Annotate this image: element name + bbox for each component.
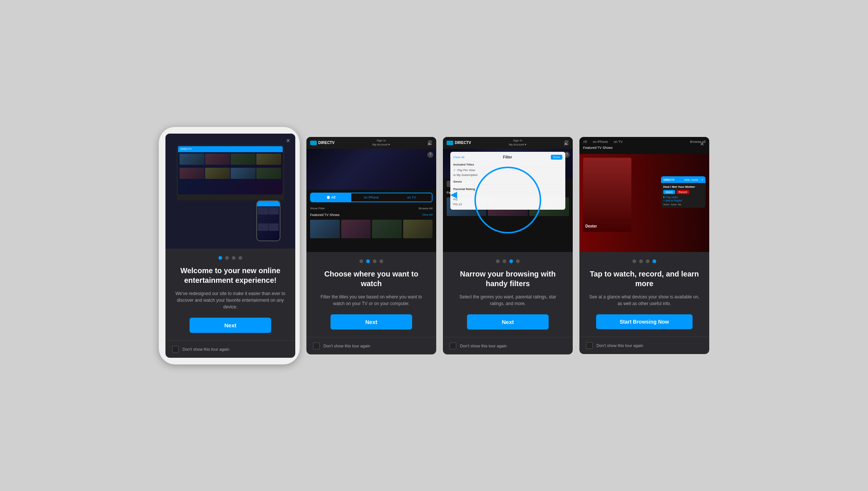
- dot-3-1: [496, 259, 500, 263]
- card1-checkbox[interactable]: [172, 346, 179, 353]
- card4-checkbox-row: Don't show this tour again: [579, 337, 709, 354]
- show-info-title: How I Met Your Mother: [663, 185, 703, 189]
- dot-1-1: [218, 256, 222, 260]
- phone-wrapper: × DIRECTV: [159, 127, 300, 364]
- tv-header-text: DIRECTV: [180, 148, 192, 150]
- card3-header: DIRECTV Sign InMy Account ▾ ☰: [443, 137, 573, 149]
- card1-dots: [174, 256, 286, 260]
- tv-mockup: DIRECTV: [177, 145, 284, 200]
- record-button-sm[interactable]: Record: [677, 190, 690, 194]
- card4-start-button[interactable]: Start Browsing Now: [596, 314, 693, 329]
- dexter-area: Dexter American DIRECTV Hello, Karen × H…: [579, 154, 709, 252]
- card1-checkbox-row: Don't show this tour again: [165, 340, 295, 358]
- filter-section-parental: Parental Rating: [453, 186, 562, 192]
- card-welcome: × DIRECTV: [165, 134, 295, 358]
- card4-body: Tap to watch, record, and learn more See…: [579, 252, 709, 337]
- view-all-2[interactable]: View All: [422, 213, 433, 217]
- filter-done-btn[interactable]: Done: [551, 155, 562, 160]
- card3-next-button[interactable]: Next: [467, 314, 549, 330]
- tab-all-label-2: All: [331, 196, 336, 199]
- card2-section-header: Featured TV Shows View All: [306, 212, 436, 218]
- close-button-2[interactable]: ×: [427, 141, 431, 147]
- show-info-logo: DIRECTV: [663, 179, 675, 181]
- card2-thumbnail-row: [306, 218, 436, 240]
- filter-panel-header: Clear All Filter Done: [453, 155, 562, 160]
- tweet-label[interactable]: Tweet: [671, 203, 677, 206]
- card3-checkbox-row: Don't show this tour again: [443, 337, 573, 354]
- filter-clear-btn[interactable]: Clear All: [453, 156, 464, 159]
- tab-all-2[interactable]: All: [311, 193, 351, 202]
- dot-4-3: [646, 259, 650, 263]
- filter-pg-label: PG: [453, 198, 458, 201]
- dot-4-4: [652, 259, 656, 263]
- card-narrow-browsing: × DIRECTV Sign InMy Account ▾ ☰ ?: [443, 137, 573, 354]
- dtv-signin-2: Sign InMy Account ▾: [372, 139, 390, 147]
- section-title-2: Featured TV Shows: [310, 213, 339, 217]
- dot-2-4: [379, 259, 383, 263]
- card2-checkbox[interactable]: [313, 343, 320, 349]
- tour-container: × DIRECTV: [159, 127, 709, 364]
- card1-checkbox-label: Don't show this tour again: [183, 347, 229, 351]
- card4-title: Tap to watch, record, and learn more: [588, 269, 700, 288]
- card1-next-button[interactable]: Next: [190, 318, 271, 333]
- dot-2-3: [373, 259, 377, 263]
- dot-3-2: [503, 259, 506, 263]
- tab-tv-4[interactable]: on TV: [614, 140, 623, 144]
- phone-thumb-3: [258, 223, 268, 231]
- playlist-icon: +: [663, 199, 665, 202]
- share-label[interactable]: Share: [663, 203, 669, 206]
- play-trailer-link[interactable]: ▶ Play trailer: [663, 196, 703, 199]
- close-button-4[interactable]: ×: [700, 141, 704, 147]
- tv-thumb-5: [180, 168, 204, 179]
- card2-body: Choose where you want to watch Filter th…: [306, 252, 436, 337]
- tab-iphone-4[interactable]: on iPhone: [593, 140, 608, 144]
- card2-desc: Filter the titles you see based on where…: [315, 294, 427, 307]
- tab-tv-2[interactable]: on TV: [391, 193, 432, 202]
- card3-title: Narrow your browsing with handy filters: [452, 269, 564, 288]
- card4-checkbox[interactable]: [586, 342, 593, 349]
- show-info-body: How I Met Your Mother Watch Record ▶ Pla…: [661, 183, 706, 208]
- help-btn-2[interactable]: ?: [427, 152, 433, 158]
- filter-ppv-label: Pay Per View: [457, 168, 475, 172]
- close-button-1[interactable]: ×: [286, 137, 290, 144]
- dtv-logo-text-3: DIRECTV: [455, 141, 471, 145]
- card2-dots: [315, 259, 427, 263]
- filter-option-pg13: PG-13: [453, 202, 562, 207]
- tab-iphone-2[interactable]: on iPhone: [351, 193, 392, 202]
- dot-1-4: [239, 256, 242, 260]
- filter-btn-2[interactable]: Show Filter: [310, 207, 325, 210]
- filter-g-label: G: [453, 193, 456, 196]
- show-info-close[interactable]: ×: [701, 178, 703, 181]
- thumb-2-3: [372, 220, 402, 238]
- close-button-3[interactable]: ×: [563, 141, 568, 147]
- phone-thumb-4: [269, 223, 279, 231]
- tv-thumb-3: [231, 154, 256, 165]
- card2-checkbox-row: Don't show this tour again: [306, 337, 436, 354]
- card3-checkbox[interactable]: [450, 343, 456, 349]
- phone-content: [257, 206, 280, 240]
- dexter-title: Dexter: [585, 224, 597, 228]
- tab-all-4[interactable]: All: [583, 140, 587, 144]
- card2-title: Choose where you want to watch: [315, 269, 427, 288]
- thumb-2-1: [310, 220, 340, 238]
- thumb-2-2: [341, 220, 371, 238]
- watch-button-sm[interactable]: Watch: [663, 190, 675, 194]
- filter-overlay: Clear All Filter Done Included Titles ✓ …: [450, 152, 565, 210]
- card3-screenshot: DIRECTV Sign InMy Account ▾ ☰ ? Show Fil…: [443, 137, 573, 252]
- me-label[interactable]: Me: [678, 203, 681, 206]
- card-tap-to-watch: × All on iPhone on TV Browse All Feature…: [579, 137, 709, 354]
- tv-thumb-4: [256, 154, 281, 165]
- card2-dtv-interface: DIRECTV Sign InMy Account ▾ ☰ ? All on i…: [306, 137, 436, 252]
- dot-1-3: [232, 256, 236, 260]
- dtv-logo-icon-3: [447, 141, 453, 145]
- tv-thumb-8: [256, 168, 281, 179]
- card2-next-button[interactable]: Next: [331, 314, 412, 330]
- dot-3-4: [516, 259, 520, 263]
- tab-all-dot-2: [327, 196, 330, 199]
- dot-2-1: [359, 259, 363, 263]
- playlist-label: Add to Playlist: [665, 199, 682, 202]
- browse-btn-2[interactable]: Browse All: [419, 207, 433, 210]
- dtv-logo-3: DIRECTV: [447, 141, 471, 145]
- add-playlist-link[interactable]: + Add to Playlist: [663, 199, 703, 202]
- card1-body: Welcome to your new online entertainment…: [165, 249, 295, 340]
